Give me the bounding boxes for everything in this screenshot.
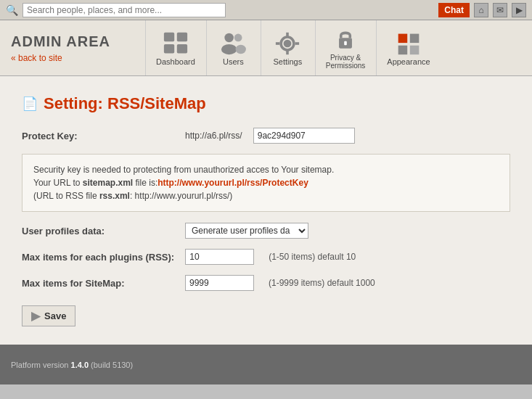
dashboard-icon xyxy=(161,30,190,57)
svg-rect-16 xyxy=(398,34,408,44)
page-title-area: 📄 Setting: RSS/SiteMap xyxy=(22,94,510,113)
search-icon: 🔍 xyxy=(6,4,18,16)
footer-text: Platform version 1.4.0 (build 5130) xyxy=(11,361,133,369)
chat-button[interactable]: Chat xyxy=(438,3,470,17)
footer: Platform version 1.4.0 (build 5130) xyxy=(0,345,532,384)
top-right-actions: Chat ⌂ ✉ ▶ xyxy=(438,3,526,17)
save-button[interactable]: ▶ Save xyxy=(22,305,75,326)
page-title: Setting: RSS/SiteMap xyxy=(44,94,206,113)
sitemap-link[interactable]: http://www.yoururl.pl/rss/ProtectKey xyxy=(157,178,308,188)
nav-label-users: Users xyxy=(223,57,244,66)
protect-key-label: Protect Key: xyxy=(22,131,174,141)
svg-rect-19 xyxy=(410,46,420,55)
svg-rect-18 xyxy=(398,46,408,55)
main-content: 📄 Setting: RSS/SiteMap Protect Key: http… xyxy=(0,76,532,345)
appearance-icon xyxy=(394,30,423,57)
info-line3-mid: : http://www.yoururl.pl/rss/ xyxy=(130,191,229,201)
rss-icon: 📄 xyxy=(22,96,38,112)
svg-point-8 xyxy=(284,40,292,48)
save-label: Save xyxy=(44,310,66,321)
svg-rect-1 xyxy=(177,33,187,42)
svg-rect-0 xyxy=(164,33,174,42)
users-icon xyxy=(218,30,247,57)
info-line1: Security key is needed to protecting fro… xyxy=(33,165,334,175)
nav-icons: Dashboard Users xyxy=(145,20,441,75)
info-line3-prefix: (URL to RSS file xyxy=(33,191,99,201)
user-profiles-row: User profiles data: Generate user profil… xyxy=(22,223,510,239)
info-line2-bold: sitemap.xml xyxy=(83,178,133,188)
info-line2-mid: file is: xyxy=(133,178,157,188)
max-items-rss-label: Max items for each plugins (RSS): xyxy=(22,252,174,263)
save-arrow-icon: ▶ xyxy=(31,309,40,323)
footer-suffix: (build 5130) xyxy=(89,361,133,369)
protect-key-input[interactable] xyxy=(253,128,355,144)
protect-key-row: Protect Key: http://a6.pl/rss/ xyxy=(22,128,510,144)
svg-point-5 xyxy=(221,44,237,54)
user-profiles-select[interactable]: Generate user profiles da xyxy=(185,223,308,239)
max-items-rss-input[interactable] xyxy=(185,249,254,265)
svg-point-4 xyxy=(225,33,234,43)
nav-item-privacy[interactable]: Privacy &Permissions xyxy=(315,20,376,75)
search-input[interactable] xyxy=(22,3,226,17)
admin-title-area: ADMIN AREA « back to site xyxy=(0,20,145,75)
admin-title: ADMIN AREA xyxy=(11,33,134,50)
svg-rect-10 xyxy=(287,33,290,36)
svg-point-7 xyxy=(236,45,246,54)
svg-rect-12 xyxy=(276,42,279,45)
info-line3-suffix: ) xyxy=(229,191,232,201)
svg-rect-17 xyxy=(410,34,420,44)
svg-rect-13 xyxy=(295,42,299,45)
user-profiles-label: User profiles data: xyxy=(22,226,174,236)
home-top-icon[interactable]: ⌂ xyxy=(474,3,488,17)
svg-rect-15 xyxy=(344,41,347,45)
settings-icon xyxy=(273,30,302,57)
nav-label-privacy: Privacy &Permissions xyxy=(326,54,365,70)
mail-top-icon[interactable]: ✉ xyxy=(493,3,507,17)
rss-file-bold: rss.xml xyxy=(99,191,130,201)
top-bar: 🔍 Chat ⌂ ✉ ▶ xyxy=(0,0,532,20)
more-top-icon[interactable]: ▶ xyxy=(512,3,526,17)
info-line2-prefix: Your URL to xyxy=(33,178,83,188)
nav-item-dashboard[interactable]: Dashboard xyxy=(145,20,206,75)
privacy-icon xyxy=(331,26,360,54)
svg-point-6 xyxy=(234,34,242,42)
nav-item-settings[interactable]: Settings xyxy=(261,20,315,75)
svg-rect-11 xyxy=(287,51,290,54)
nav-label-appearance: Appearance xyxy=(387,57,430,66)
max-items-sitemap-label: Max items for SiteMap: xyxy=(22,278,174,289)
protect-key-prefix: http://a6.pl/rss/ xyxy=(185,131,242,141)
max-items-sitemap-input[interactable] xyxy=(185,275,254,291)
back-to-site-link[interactable]: « back to site xyxy=(11,53,134,63)
max-items-sitemap-row: Max items for SiteMap: (1-9999 items) de… xyxy=(22,275,510,291)
admin-header: ADMIN AREA « back to site Dashboard xyxy=(0,20,532,76)
footer-prefix: Platform version xyxy=(11,361,71,369)
nav-label-dashboard: Dashboard xyxy=(156,57,195,66)
svg-rect-2 xyxy=(164,44,174,54)
max-items-rss-row: Max items for each plugins (RSS): (1-50 … xyxy=(22,249,510,265)
svg-rect-3 xyxy=(177,44,187,54)
nav-label-settings: Settings xyxy=(273,57,302,66)
save-row: ▶ Save xyxy=(22,305,510,326)
footer-version: 1.4.0 xyxy=(71,361,89,369)
max-items-rss-hint: (1-50 items) default 10 xyxy=(269,252,356,262)
nav-item-users[interactable]: Users xyxy=(206,20,261,75)
info-box: Security key is needed to protecting fro… xyxy=(22,154,510,212)
nav-item-appearance[interactable]: Appearance xyxy=(376,20,441,75)
max-items-sitemap-hint: (1-9999 items) default 1000 xyxy=(269,278,375,288)
